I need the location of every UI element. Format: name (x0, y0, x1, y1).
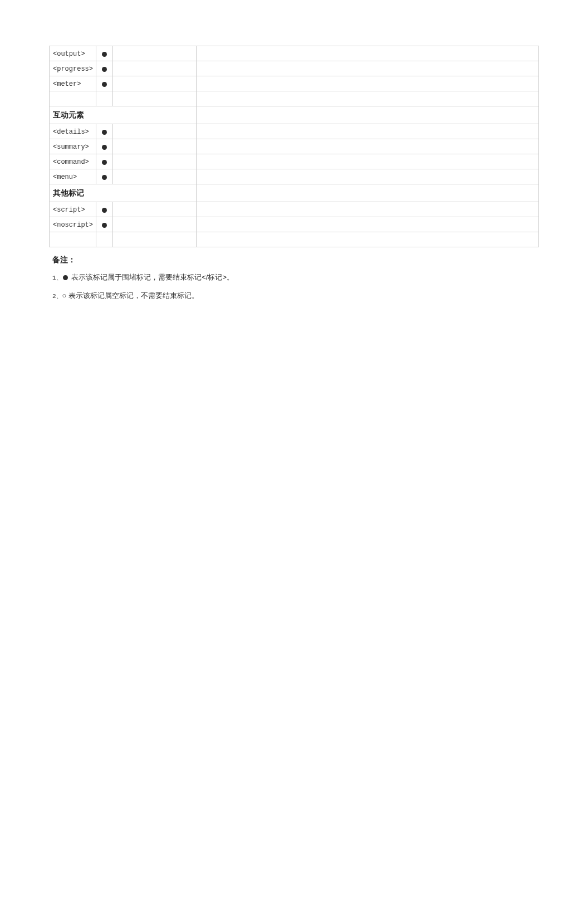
filled-circle-icon (102, 130, 107, 135)
table-row (50, 232, 539, 247)
mid-cell (113, 202, 197, 217)
section-right-cell (197, 106, 539, 124)
desc-cell (197, 124, 539, 139)
filled-circle-icon (102, 175, 107, 180)
section-title: 互动元素 (50, 106, 197, 124)
page-container: <output><progress><meter>互动元素<details><s… (0, 0, 588, 909)
dot-cell (96, 202, 113, 217)
tag-cell: <menu> (50, 169, 96, 184)
mid-cell (113, 154, 197, 169)
filled-circle-icon (102, 82, 107, 87)
tags-table: <output><progress><meter>互动元素<details><s… (49, 46, 539, 247)
table-row: <progress> (50, 61, 539, 76)
table-row (50, 91, 539, 106)
mid-cell (113, 139, 197, 154)
mid-cell (113, 76, 197, 91)
dot-cell (96, 76, 113, 91)
tag-cell: <output> (50, 46, 96, 61)
mid-cell (113, 61, 197, 76)
notes-title: 备注： (52, 255, 536, 265)
desc-cell (197, 169, 539, 184)
section-right-cell (197, 184, 539, 202)
desc-cell (197, 232, 539, 247)
tag-cell: <summary> (50, 139, 96, 154)
tag-cell (50, 91, 96, 106)
tag-cell: <progress> (50, 61, 96, 76)
filled-circle-icon (102, 160, 107, 165)
desc-cell (197, 217, 539, 232)
filled-circle-icon (102, 208, 107, 213)
table-row: <summary> (50, 139, 539, 154)
dot-cell (96, 217, 113, 232)
tag-cell (50, 232, 96, 247)
section-header-row: 互动元素 (50, 106, 539, 124)
section-title: 其他标记 (50, 184, 197, 202)
note-line-1: 1、 表示该标记属于围堵标记，需要结束标记</标记>。 (52, 272, 536, 284)
table-row: <output> (50, 46, 539, 61)
desc-cell (197, 61, 539, 76)
notes-section: 备注： 1、 表示该标记属于围堵标记，需要结束标记</标记>。 2、○ 表示该标… (49, 255, 539, 302)
dot-cell (96, 139, 113, 154)
dot-cell (96, 61, 113, 76)
mid-cell (113, 124, 197, 139)
mid-cell (113, 169, 197, 184)
dot-cell (96, 46, 113, 61)
table-row: <details> (50, 124, 539, 139)
desc-cell (197, 139, 539, 154)
dot-cell (96, 169, 113, 184)
filled-circle-icon (63, 275, 68, 280)
mid-cell (113, 91, 197, 106)
mid-cell (113, 217, 197, 232)
table-row: <menu> (50, 169, 539, 184)
desc-cell (197, 46, 539, 61)
dot-cell (96, 124, 113, 139)
filled-circle-icon (102, 67, 107, 72)
tag-cell: <script> (50, 202, 96, 217)
tag-cell: <details> (50, 124, 96, 139)
tag-cell: <command> (50, 154, 96, 169)
mid-cell (113, 232, 197, 247)
table-row: <noscript> (50, 217, 539, 232)
desc-cell (197, 202, 539, 217)
section-header-row: 其他标记 (50, 184, 539, 202)
filled-circle-icon (102, 145, 107, 150)
tag-cell: <noscript> (50, 217, 96, 232)
mid-cell (113, 46, 197, 61)
note-line-2: 2、○ 表示该标记属空标记，不需要结束标记。 (52, 290, 536, 302)
desc-cell (197, 154, 539, 169)
desc-cell (197, 91, 539, 106)
dot-cell (96, 91, 113, 106)
filled-circle-icon (102, 223, 107, 228)
dot-cell (96, 154, 113, 169)
desc-cell (197, 76, 539, 91)
dot-cell (96, 232, 113, 247)
table-row: <script> (50, 202, 539, 217)
filled-circle-icon (102, 52, 107, 57)
table-row: <meter> (50, 76, 539, 91)
table-row: <command> (50, 154, 539, 169)
tag-cell: <meter> (50, 76, 96, 91)
